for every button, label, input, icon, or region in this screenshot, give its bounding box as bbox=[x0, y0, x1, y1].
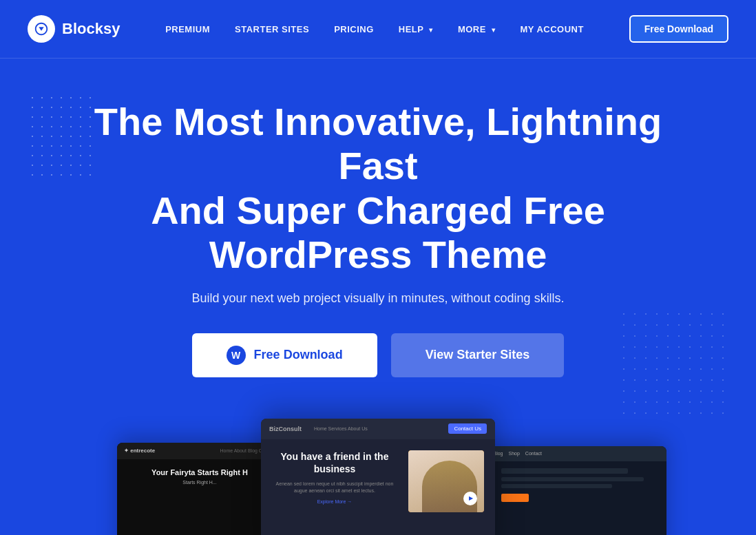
nav-item-help[interactable]: HELP ▾ bbox=[399, 23, 433, 35]
preview-left-subtitle: Starts Right H... bbox=[125, 480, 274, 485]
more-dropdown-arrow: ▾ bbox=[492, 26, 496, 34]
preview-center-text: You have a friend in the business Aenean… bbox=[272, 450, 397, 512]
nav-item-pricing[interactable]: PRICING bbox=[334, 23, 374, 35]
hero-preview: ✦ entrecote Home About Blog Contact Your… bbox=[28, 419, 728, 535]
play-button[interactable] bbox=[463, 492, 477, 505]
hero-buttons: W Free Download View Starter Sites bbox=[28, 333, 728, 377]
preview-center-screenshot: BizConsult Home Services About Us Contac… bbox=[261, 419, 495, 535]
preview-center-cta: Contact Us bbox=[448, 423, 487, 434]
nav-item-more[interactable]: MORE ▾ bbox=[458, 23, 496, 35]
preview-left-body: Your Fairyta Starts Right H Starts Right… bbox=[117, 459, 282, 493]
hero-title: The Most Innovative, Lightning Fast And … bbox=[82, 100, 674, 277]
brand-name: Blocksy bbox=[62, 20, 120, 38]
help-dropdown-arrow: ▾ bbox=[429, 26, 433, 34]
preview-left-logo: ✦ entrecote bbox=[124, 448, 155, 454]
preview-para: Aenean sed lorem neque ut nibh suscipit … bbox=[272, 481, 397, 495]
brand-logo[interactable]: Blocksy bbox=[28, 15, 120, 43]
navbar: Blocksy PREMIUM STARTER SITES PRICING HE… bbox=[0, 0, 756, 59]
hero-view-starter-sites-button[interactable]: View Starter Sites bbox=[391, 333, 565, 377]
preview-left-screenshot: ✦ entrecote Home About Blog Contact Your… bbox=[117, 443, 282, 535]
preview-heading: You have a friend in the business bbox=[272, 450, 397, 475]
preview-link: Explore More → bbox=[272, 499, 397, 504]
wordpress-icon: W bbox=[227, 346, 246, 365]
preview-left-bar: ✦ entrecote Home About Blog Contact bbox=[117, 443, 282, 459]
hero-subtitle: Build your next web project visually in … bbox=[28, 291, 728, 306]
preview-bizconsult-logo: BizConsult bbox=[269, 426, 302, 432]
preview-left-title: Your Fairyta Starts Right H bbox=[125, 468, 274, 477]
nav-item-premium[interactable]: PREMIUM bbox=[165, 23, 210, 35]
logo-icon bbox=[28, 15, 55, 43]
nav-item-starter-sites[interactable]: STARTER SITES bbox=[235, 23, 309, 35]
preview-center-body: You have a friend in the business Aenean… bbox=[261, 439, 495, 523]
hero-section: The Most Innovative, Lightning Fast And … bbox=[0, 59, 756, 535]
navbar-free-download-button[interactable]: Free Download bbox=[629, 15, 728, 43]
preview-center-image bbox=[408, 450, 484, 512]
preview-center-bar: BizConsult Home Services About Us Contac… bbox=[261, 419, 495, 439]
nav-menu: PREMIUM STARTER SITES PRICING HELP ▾ MOR… bbox=[165, 23, 584, 35]
nav-item-my-account[interactable]: MY ACCOUNT bbox=[521, 23, 584, 35]
hero-free-download-button[interactable]: W Free Download bbox=[192, 333, 377, 377]
people-image bbox=[408, 450, 484, 512]
